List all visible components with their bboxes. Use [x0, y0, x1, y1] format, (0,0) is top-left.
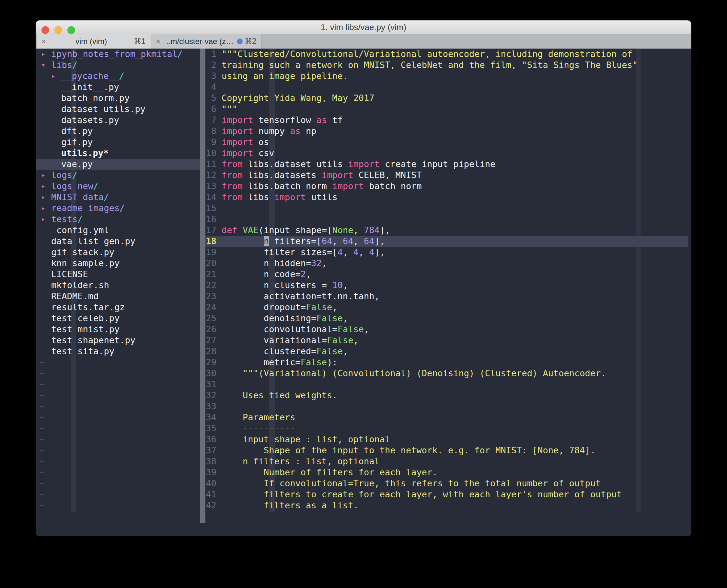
code-line-2[interactable]: 2training such a network on MNIST, Celeb…: [205, 60, 688, 70]
code-line-38[interactable]: 38 n_filters : list, optional: [205, 456, 688, 467]
code-line-28[interactable]: 28 clustered=False,: [205, 346, 688, 357]
tab-close-icon[interactable]: ×: [41, 37, 51, 46]
code-line-18[interactable]: 18 n_filters=[64, 64, 64],: [205, 236, 688, 247]
line-number: 41: [205, 489, 222, 500]
code-buffer[interactable]: 1"""Clustered/Convolutional/Variational …: [205, 48, 688, 512]
code-line-13[interactable]: 13from libs.batch_norm import batch_norm: [205, 181, 688, 192]
code-token: n_filters : list, optional: [222, 456, 380, 466]
tree-item-test_mnist.py[interactable]: test_mnist.py: [36, 324, 200, 335]
code-line-32[interactable]: 32 Uses tied weights.: [205, 390, 688, 401]
code-line-7[interactable]: 7import tensorflow as tf: [205, 114, 688, 126]
code-line-27[interactable]: 27 variational=False,: [205, 335, 688, 346]
tree-item-knn_sample.py[interactable]: knn_sample.py: [36, 258, 200, 269]
nerdtree-panel[interactable]: ▸ipynb_notes_from_pkmital/▾libs/▸__pycac…: [36, 48, 200, 512]
close-traffic-light-icon[interactable]: [41, 26, 49, 34]
code-line-35[interactable]: 35 ----------: [205, 423, 688, 434]
code-line-3[interactable]: 3using an image pipeline.: [205, 70, 688, 82]
tree-item-batch_norm.py[interactable]: batch_norm.py: [36, 92, 200, 104]
code-line-36[interactable]: 36 input_shape : list, optional: [205, 434, 688, 445]
empty-buffer-tilde: ~: [36, 379, 200, 390]
folder-closed-icon[interactable]: ▸: [41, 181, 45, 192]
tree-item-MNIST_data[interactable]: ▸MNIST_data/: [36, 192, 200, 203]
tree-item-LICENSE[interactable]: LICENSE: [36, 269, 200, 280]
tree-item-logs_new[interactable]: ▸logs_new/: [36, 181, 200, 192]
folder-closed-icon[interactable]: ▸: [41, 192, 45, 203]
tree-item-vae.py[interactable]: vae.py: [36, 159, 200, 170]
code-line-22[interactable]: 22 n_clusters = 10,: [205, 280, 688, 291]
code-line-6[interactable]: 6""": [205, 104, 688, 114]
code-line-25[interactable]: 25 denoising=False,: [205, 313, 688, 324]
code-line-31[interactable]: 31: [205, 379, 688, 390]
tree-item-ipynb_notes_from_pkmital[interactable]: ▸ipynb_notes_from_pkmital/: [36, 48, 200, 60]
code-line-16[interactable]: 16: [205, 214, 688, 225]
tab-cluster-vae[interactable]: × ..m/cluster-vae (z… ⌘2: [151, 34, 262, 48]
code-line-19[interactable]: 19 filter_sizes=[4, 4, 4],: [205, 247, 688, 258]
window-split-separator[interactable]: [200, 48, 205, 523]
code-line-40[interactable]: 40 If convolutional=True, this refers to…: [205, 478, 688, 489]
tree-item-test_celeb.py[interactable]: test_celeb.py: [36, 313, 200, 324]
folder-closed-icon[interactable]: ▸: [41, 203, 45, 214]
code-line-29[interactable]: 29 metric=False):: [205, 357, 688, 368]
tree-item-readme_images[interactable]: ▸readme_images/: [36, 203, 200, 214]
tree-item-gif_stack.py[interactable]: gif_stack.py: [36, 247, 200, 258]
tab-close-icon[interactable]: ×: [156, 37, 165, 46]
code-line-14[interactable]: 14from libs import utils: [205, 192, 688, 203]
folder-open-icon[interactable]: ▾: [41, 60, 45, 70]
tree-item-logs[interactable]: ▸logs/: [36, 170, 200, 181]
tree-item-utils.py[interactable]: utils.py*: [36, 148, 200, 159]
code-line-39[interactable]: 39 Number of filters for each layer.: [205, 467, 688, 478]
tree-item-mkfolder.sh[interactable]: mkfolder.sh: [36, 280, 200, 291]
tree-item-datasets.py[interactable]: datasets.py: [36, 114, 200, 126]
code-line-30[interactable]: 30 """(Variational) (Convolutional) (Den…: [205, 368, 688, 379]
file-name: _config.yml: [51, 225, 109, 236]
file-name: knn_sample.py: [51, 258, 120, 269]
code-line-42[interactable]: 42 filters as a list.: [205, 500, 688, 511]
code-line-23[interactable]: 23 activation=tf.nn.tanh,: [205, 291, 688, 302]
tree-item-data_list_gen.py[interactable]: data_list_gen.py: [36, 236, 200, 247]
code-token: variational=: [222, 335, 327, 345]
tree-item-tests[interactable]: ▸tests/: [36, 214, 200, 225]
tree-item-test_sita.py[interactable]: test_sita.py: [36, 346, 200, 357]
code-token: filters to create for each layer, with e…: [222, 489, 622, 499]
zoom-traffic-light-icon[interactable]: [67, 26, 75, 34]
code-line-24[interactable]: 24 dropout=False,: [205, 302, 688, 313]
folder-closed-icon[interactable]: ▸: [41, 170, 45, 181]
tilde-glyph: ~: [40, 478, 45, 489]
code-line-34[interactable]: 34 Parameters: [205, 412, 688, 423]
code-line-41[interactable]: 41 filters to create for each layer, wit…: [205, 489, 688, 500]
tree-item-__init__.py[interactable]: __init__.py: [36, 82, 200, 92]
folder-closed-icon[interactable]: ▸: [51, 70, 55, 82]
title-bar[interactable]: 1. vim libs/vae.py (vim): [36, 20, 691, 34]
code-line-37[interactable]: 37 Shape of the input to the network. e.…: [205, 445, 688, 456]
line-number: 31: [205, 379, 222, 390]
code-line-5[interactable]: 5Copyright Yida Wang, May 2017: [205, 92, 688, 104]
tab-activity-dot-icon: [237, 39, 243, 44]
code-line-33[interactable]: 33: [205, 401, 688, 412]
folder-closed-icon[interactable]: ▸: [41, 214, 45, 225]
empty-buffer-tilde: ~: [36, 511, 200, 512]
tree-item-libs[interactable]: ▾libs/: [36, 60, 200, 70]
folder-closed-icon[interactable]: ▸: [41, 48, 45, 60]
code-line-26[interactable]: 26 convolutional=False,: [205, 324, 688, 335]
code-line-8[interactable]: 8import numpy as np: [205, 126, 688, 136]
tree-item-_config.yml[interactable]: _config.yml: [36, 225, 200, 236]
tree-item-__pycache__[interactable]: ▸__pycache__/: [36, 70, 200, 82]
tree-item-dft.py[interactable]: dft.py: [36, 126, 200, 136]
code-line-11[interactable]: 11from libs.dataset_utils import create_…: [205, 159, 688, 170]
code-line-17[interactable]: 17def VAE(input_shape=[None, 784],: [205, 225, 688, 236]
code-line-12[interactable]: 12from libs.datasets import CELEB, MNIST: [205, 170, 688, 181]
code-line-4[interactable]: 4: [205, 82, 688, 92]
code-line-1[interactable]: 1"""Clustered/Convolutional/Variational …: [205, 48, 688, 60]
code-line-9[interactable]: 9import os: [205, 136, 688, 148]
tree-item-dataset_utils.py[interactable]: dataset_utils.py: [36, 104, 200, 114]
minimize-traffic-light-icon[interactable]: [55, 26, 62, 34]
tree-item-gif.py[interactable]: gif.py: [36, 136, 200, 148]
code-line-10[interactable]: 10import csv: [205, 148, 688, 159]
code-line-20[interactable]: 20 n_hidden=32,: [205, 258, 688, 269]
tree-item-README.md[interactable]: README.md: [36, 291, 200, 302]
code-line-21[interactable]: 21 n_code=2,: [205, 269, 688, 280]
code-line-15[interactable]: 15: [205, 203, 688, 214]
tree-item-results.tar.gz[interactable]: results.tar.gz: [36, 302, 200, 313]
tree-item-test_shapenet.py[interactable]: test_shapenet.py: [36, 335, 200, 346]
tab-vim[interactable]: × vim (vim) ⌘1: [37, 34, 151, 48]
